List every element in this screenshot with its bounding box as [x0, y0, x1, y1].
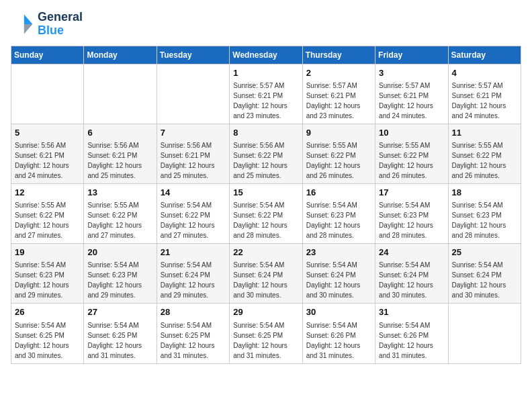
calendar-table: SundayMondayTuesdayWednesdayThursdayFrid… [11, 46, 521, 364]
calendar-cell: 16 Sunrise: 5:54 AMSunset: 6:23 PMDaylig… [302, 183, 375, 243]
day-number: 5 [15, 127, 80, 139]
calendar-cell: 18 Sunrise: 5:54 AMSunset: 6:23 PMDaylig… [448, 183, 521, 243]
calendar-cell [448, 304, 521, 363]
calendar-cell: 27 Sunrise: 5:54 AMSunset: 6:25 PMDaylig… [84, 304, 157, 363]
calendar-cell: 23 Sunrise: 5:54 AMSunset: 6:24 PMDaylig… [302, 244, 375, 304]
day-info: Sunrise: 5:54 AMSunset: 6:26 PMDaylight:… [379, 322, 433, 359]
day-info: Sunrise: 5:54 AMSunset: 6:25 PMDaylight:… [161, 322, 215, 359]
logo-icon [11, 12, 35, 36]
day-info: Sunrise: 5:55 AMSunset: 6:22 PMDaylight:… [15, 201, 69, 239]
day-info: Sunrise: 5:56 AMSunset: 6:21 PMDaylight:… [15, 142, 69, 179]
calendar-cell [157, 64, 229, 124]
day-number: 3 [379, 67, 444, 79]
calendar-cell: 29 Sunrise: 5:54 AMSunset: 6:25 PMDaylig… [230, 304, 302, 363]
day-info: Sunrise: 5:57 AMSunset: 6:21 PMDaylight:… [233, 82, 287, 120]
day-info: Sunrise: 5:55 AMSunset: 6:22 PMDaylight:… [306, 142, 361, 179]
day-number: 25 [452, 246, 517, 259]
day-info: Sunrise: 5:54 AMSunset: 6:23 PMDaylight:… [87, 261, 142, 299]
day-number: 27 [87, 306, 152, 318]
svg-marker-1 [24, 24, 33, 34]
calendar-cell: 4 Sunrise: 5:57 AMSunset: 6:21 PMDayligh… [448, 64, 521, 124]
calendar-cell: 24 Sunrise: 5:54 AMSunset: 6:24 PMDaylig… [375, 244, 448, 304]
day-number: 28 [161, 306, 226, 318]
day-number: 26 [15, 306, 80, 318]
calendar-cell: 10 Sunrise: 5:55 AMSunset: 6:22 PMDaylig… [375, 124, 448, 183]
calendar-cell: 21 Sunrise: 5:54 AMSunset: 6:24 PMDaylig… [157, 244, 229, 304]
day-number: 22 [233, 246, 298, 259]
day-info: Sunrise: 5:54 AMSunset: 6:23 PMDaylight:… [15, 261, 69, 299]
day-header-wednesday: Wednesday [230, 46, 302, 64]
calendar-cell: 22 Sunrise: 5:54 AMSunset: 6:24 PMDaylig… [230, 244, 302, 304]
calendar-cell: 7 Sunrise: 5:56 AMSunset: 6:21 PMDayligh… [157, 124, 229, 183]
day-info: Sunrise: 5:57 AMSunset: 6:21 PMDaylight:… [452, 82, 506, 120]
day-header-monday: Monday [84, 46, 157, 64]
day-info: Sunrise: 5:54 AMSunset: 6:22 PMDaylight:… [233, 201, 287, 239]
day-number: 4 [452, 67, 517, 79]
day-info: Sunrise: 5:54 AMSunset: 6:23 PMDaylight:… [306, 201, 361, 239]
day-number: 9 [306, 127, 371, 139]
day-info: Sunrise: 5:57 AMSunset: 6:21 PMDaylight:… [379, 82, 433, 120]
calendar-cell: 13 Sunrise: 5:55 AMSunset: 6:22 PMDaylig… [84, 183, 157, 243]
day-info: Sunrise: 5:54 AMSunset: 6:23 PMDaylight:… [452, 201, 506, 239]
day-info: Sunrise: 5:54 AMSunset: 6:22 PMDaylight:… [161, 201, 215, 239]
calendar-cell: 3 Sunrise: 5:57 AMSunset: 6:21 PMDayligh… [375, 64, 448, 124]
calendar-cell: 25 Sunrise: 5:54 AMSunset: 6:24 PMDaylig… [448, 244, 521, 304]
svg-marker-0 [24, 14, 33, 24]
day-number: 18 [452, 187, 517, 199]
day-number: 31 [379, 306, 444, 318]
day-info: Sunrise: 5:54 AMSunset: 6:24 PMDaylight:… [161, 261, 215, 299]
day-info: Sunrise: 5:54 AMSunset: 6:24 PMDaylight:… [379, 261, 433, 299]
calendar-cell: 9 Sunrise: 5:55 AMSunset: 6:22 PMDayligh… [302, 124, 375, 183]
day-number: 11 [452, 127, 517, 139]
day-number: 19 [15, 246, 80, 259]
day-info: Sunrise: 5:54 AMSunset: 6:23 PMDaylight:… [379, 201, 433, 239]
day-info: Sunrise: 5:54 AMSunset: 6:25 PMDaylight:… [233, 322, 287, 359]
logo-text: General Blue [38, 11, 83, 38]
day-info: Sunrise: 5:55 AMSunset: 6:22 PMDaylight:… [379, 142, 433, 179]
day-info: Sunrise: 5:56 AMSunset: 6:21 PMDaylight:… [161, 142, 215, 179]
day-header-saturday: Saturday [448, 46, 521, 64]
calendar-cell: 6 Sunrise: 5:56 AMSunset: 6:21 PMDayligh… [84, 124, 157, 183]
day-number: 20 [87, 246, 152, 259]
day-number: 13 [87, 187, 152, 199]
day-info: Sunrise: 5:55 AMSunset: 6:22 PMDaylight:… [452, 142, 506, 179]
calendar-cell: 2 Sunrise: 5:57 AMSunset: 6:21 PMDayligh… [302, 64, 375, 124]
day-number: 23 [306, 246, 371, 259]
day-number: 12 [15, 187, 80, 199]
day-info: Sunrise: 5:54 AMSunset: 6:26 PMDaylight:… [306, 322, 361, 359]
day-info: Sunrise: 5:54 AMSunset: 6:25 PMDaylight:… [15, 322, 69, 359]
day-info: Sunrise: 5:57 AMSunset: 6:21 PMDaylight:… [306, 82, 361, 120]
day-number: 30 [306, 306, 371, 318]
page-header: General Blue [11, 11, 521, 38]
day-info: Sunrise: 5:56 AMSunset: 6:22 PMDaylight:… [233, 142, 287, 179]
day-number: 21 [161, 246, 226, 259]
day-info: Sunrise: 5:54 AMSunset: 6:25 PMDaylight:… [87, 322, 142, 359]
calendar-cell: 28 Sunrise: 5:54 AMSunset: 6:25 PMDaylig… [157, 304, 229, 363]
calendar-cell: 31 Sunrise: 5:54 AMSunset: 6:26 PMDaylig… [375, 304, 448, 363]
calendar-cell: 19 Sunrise: 5:54 AMSunset: 6:23 PMDaylig… [11, 244, 84, 304]
day-number: 7 [161, 127, 226, 139]
day-header-friday: Friday [375, 46, 448, 64]
calendar-cell [84, 64, 157, 124]
day-number: 6 [87, 127, 152, 139]
calendar-cell: 15 Sunrise: 5:54 AMSunset: 6:22 PMDaylig… [230, 183, 302, 243]
day-info: Sunrise: 5:56 AMSunset: 6:21 PMDaylight:… [87, 142, 142, 179]
calendar-cell: 20 Sunrise: 5:54 AMSunset: 6:23 PMDaylig… [84, 244, 157, 304]
calendar-cell [11, 64, 84, 124]
calendar-cell: 8 Sunrise: 5:56 AMSunset: 6:22 PMDayligh… [230, 124, 302, 183]
calendar-cell: 14 Sunrise: 5:54 AMSunset: 6:22 PMDaylig… [157, 183, 229, 243]
calendar-cell: 5 Sunrise: 5:56 AMSunset: 6:21 PMDayligh… [11, 124, 84, 183]
calendar-cell: 11 Sunrise: 5:55 AMSunset: 6:22 PMDaylig… [448, 124, 521, 183]
calendar-cell: 12 Sunrise: 5:55 AMSunset: 6:22 PMDaylig… [11, 183, 84, 243]
calendar-cell: 30 Sunrise: 5:54 AMSunset: 6:26 PMDaylig… [302, 304, 375, 363]
day-header-tuesday: Tuesday [157, 46, 229, 64]
day-header-thursday: Thursday [302, 46, 375, 64]
calendar-cell: 17 Sunrise: 5:54 AMSunset: 6:23 PMDaylig… [375, 183, 448, 243]
day-number: 16 [306, 187, 371, 199]
logo: General Blue [11, 11, 83, 38]
day-info: Sunrise: 5:55 AMSunset: 6:22 PMDaylight:… [87, 201, 142, 239]
day-number: 14 [161, 187, 226, 199]
calendar-cell: 1 Sunrise: 5:57 AMSunset: 6:21 PMDayligh… [230, 64, 302, 124]
day-info: Sunrise: 5:54 AMSunset: 6:24 PMDaylight:… [306, 261, 361, 299]
day-number: 15 [233, 187, 298, 199]
